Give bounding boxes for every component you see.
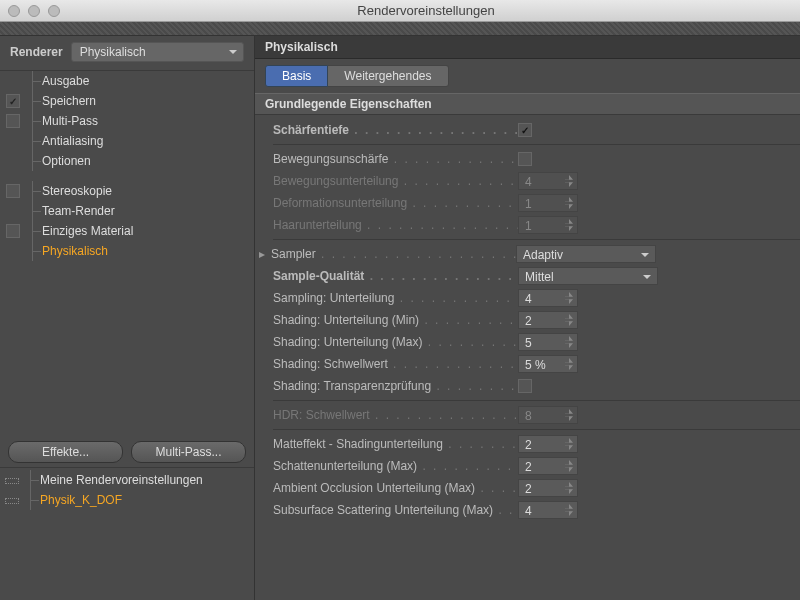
renderer-label: Renderer (10, 45, 63, 59)
expand-icon[interactable]: ▸ (259, 247, 271, 261)
tab-bar: Basis Weitergehendes (255, 59, 800, 93)
traffic-lights (8, 5, 60, 17)
tree-item-speichern[interactable]: Speichern (0, 91, 254, 111)
checkbox-icon[interactable] (6, 94, 20, 108)
motion-sub-field: 4 (518, 172, 578, 190)
preset-item[interactable]: Meine Rendervoreinstellungen (0, 470, 254, 490)
motionblur-checkbox[interactable] (518, 152, 532, 166)
tree-item-multipass[interactable]: Multi-Pass (0, 111, 254, 131)
tree-item-physikalisch[interactable]: Physikalisch (0, 241, 254, 261)
sampling-sub-field[interactable]: 4 (518, 289, 578, 307)
prop-label: Sample-Qualität (273, 269, 518, 283)
preset-icon (4, 473, 18, 487)
sss-field[interactable]: 4 (518, 501, 578, 519)
checkbox-icon[interactable] (6, 224, 20, 238)
tree-item-teamrender[interactable]: Team-Render (0, 201, 254, 221)
hair-sub-field: 1 (518, 216, 578, 234)
matte-field[interactable]: 2 (518, 435, 578, 453)
checkbox-icon[interactable] (6, 184, 20, 198)
checkbox-icon[interactable] (6, 114, 20, 128)
prop-label: Haarunterteilung (273, 218, 518, 232)
shading-max-field[interactable]: 5 (518, 333, 578, 351)
tree-item-ausgabe[interactable]: Ausgabe (0, 71, 254, 91)
prop-label: Bewegungsunterteilung (273, 174, 518, 188)
zoom-icon[interactable] (48, 5, 60, 17)
window-title: Rendervoreinstellungen (60, 3, 792, 18)
prop-label: Deformationsunterteilung (273, 196, 518, 210)
deform-sub-field: 1 (518, 194, 578, 212)
tree-item-einziges-material[interactable]: Einziges Material (0, 221, 254, 241)
preset-icon (4, 493, 18, 507)
dof-checkbox[interactable] (518, 123, 532, 137)
prop-label: Schärfentiefe (273, 123, 518, 137)
prop-label: Sampler (271, 247, 516, 261)
titlebar: Rendervoreinstellungen (0, 0, 800, 22)
close-icon[interactable] (8, 5, 20, 17)
section-header: Grundlegende Eigenschaften (255, 93, 800, 115)
transparency-checkbox[interactable] (518, 379, 532, 393)
prop-label: Subsurface Scattering Unterteilung (Max) (273, 503, 518, 517)
prop-label: Shading: Transparenzprüfung (273, 379, 518, 393)
effects-button[interactable]: Effekte... (8, 441, 123, 463)
tree-item-stereoskopie[interactable]: Stereoskopie (0, 181, 254, 201)
prop-label: Matteffekt - Shadingunterteilung (273, 437, 518, 451)
prop-label: Bewegungsunschärfe (273, 152, 518, 166)
preset-item[interactable]: Physik_K_DOF (0, 490, 254, 510)
settings-tree: Ausgabe Speichern Multi-Pass Antialiasin… (0, 70, 254, 261)
prop-label: Ambient Occlusion Unterteilung (Max) (273, 481, 518, 495)
sampler-dropdown[interactable]: Adaptiv (516, 245, 656, 263)
prop-label: Schattenunterteilung (Max) (273, 459, 518, 473)
shading-min-field[interactable]: 2 (518, 311, 578, 329)
ao-field[interactable]: 2 (518, 479, 578, 497)
hdr-threshold-field: 8 (518, 406, 578, 424)
shading-threshold-field[interactable]: 5 % (518, 355, 578, 373)
toolbar-hatch (0, 22, 800, 36)
tab-basis[interactable]: Basis (265, 65, 328, 87)
content-panel: Physikalisch Basis Weitergehendes Grundl… (255, 36, 800, 600)
sample-quality-dropdown[interactable]: Mittel (518, 267, 658, 285)
sidebar: Renderer Physikalisch Ausgabe Speichern … (0, 36, 255, 600)
prop-label: Shading: Schwellwert (273, 357, 518, 371)
prop-label: Shading: Unterteilung (Min) (273, 313, 518, 327)
panel-title: Physikalisch (255, 36, 800, 59)
multipass-button[interactable]: Multi-Pass... (131, 441, 246, 463)
tab-weitergehendes[interactable]: Weitergehendes (328, 65, 448, 87)
tree-item-optionen[interactable]: Optionen (0, 151, 254, 171)
prop-label: Sampling: Unterteilung (273, 291, 518, 305)
shadow-field[interactable]: 2 (518, 457, 578, 475)
minimize-icon[interactable] (28, 5, 40, 17)
tree-item-antialiasing[interactable]: Antialiasing (0, 131, 254, 151)
prop-label: Shading: Unterteilung (Max) (273, 335, 518, 349)
renderer-dropdown[interactable]: Physikalisch (71, 42, 244, 62)
preset-list: Meine Rendervoreinstellungen Physik_K_DO… (0, 467, 254, 510)
prop-label: HDR: Schwellwert (273, 408, 518, 422)
